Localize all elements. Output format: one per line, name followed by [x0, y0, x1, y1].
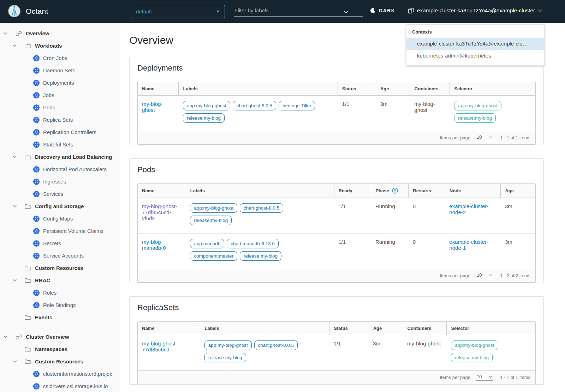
node-link[interactable]: example-cluster-node-1: [449, 239, 488, 251]
namespace-select[interactable]: default: [131, 5, 225, 18]
label-pill[interactable]: chart:ghost-8.0.5: [233, 101, 276, 110]
label-pill[interactable]: chart:ghost-8.0.5: [240, 203, 283, 213]
label-filter-input[interactable]: [234, 6, 338, 13]
selector-pill: release:my-blog: [451, 353, 493, 362]
sidebar-item-clusterinformations-crd-projec[interactable]: clusterinformations.crd.projec: [0, 368, 120, 380]
sidebar-item-label: clusterinformations.crd.projec: [43, 371, 112, 377]
chevron-down-icon[interactable]: [4, 32, 16, 35]
col-status: Status: [338, 82, 376, 96]
label-pill[interactable]: release:my-blog: [204, 353, 246, 362]
chevron-down-icon[interactable]: [344, 9, 349, 15]
pod-name-link[interactable]: my-blog-ghost-77df85c6cd-vf6dx: [142, 203, 177, 221]
sidebar-item-overview[interactable]: Overview: [0, 27, 120, 40]
chevron-down-icon[interactable]: [13, 156, 25, 158]
sidebar-item-replica-sets[interactable]: Replica Sets: [0, 114, 120, 126]
context-selector-button[interactable]: example-cluster-ka3TuTzYo4a@example-clus…: [408, 7, 542, 14]
filter-funnel-icon[interactable]: [392, 188, 398, 194]
col-age: Age: [501, 184, 535, 198]
sidebar-item-custom-resources[interactable]: Custom Resources: [0, 355, 120, 368]
page-size-select[interactable]: 10: [476, 134, 493, 141]
sidebar-item-role-bindings[interactable]: Role Bindings: [0, 299, 120, 311]
sidebar-item-replication-controllers[interactable]: Replication Controllers: [0, 126, 120, 138]
sidebar-item-csidrivers-csi-storage-k8s-io[interactable]: csidrivers.csi.storage.k8s.io: [0, 380, 120, 392]
label-pill[interactable]: chart:ghost-8.0.5: [254, 340, 298, 350]
page-size-value: 10: [477, 374, 482, 379]
moon-icon: [370, 8, 376, 13]
chevron-down-icon[interactable]: [13, 205, 25, 207]
chevron-down-icon[interactable]: [4, 336, 16, 338]
col-selector: Selector: [447, 322, 535, 335]
sidebar-item-custom-resources[interactable]: Custom Resources: [0, 262, 120, 274]
node-link[interactable]: example-cluster-node-2: [449, 203, 488, 215]
sidebar-item-jobs[interactable]: Jobs: [0, 89, 120, 101]
sidebar-item-config-maps[interactable]: Config Maps: [0, 212, 120, 225]
sidebar-item-rbac[interactable]: RBAC: [0, 274, 120, 287]
folder-icon: [25, 359, 31, 364]
table-row: my-blog-ghost-77df85c6cd-vf6dx app:my-bl…: [138, 198, 535, 234]
cron-jobs-icon: [33, 55, 40, 61]
items-per-page-label: Items per page: [440, 375, 470, 380]
chevron-down-icon[interactable]: [13, 360, 25, 363]
brand-title: Octant: [26, 7, 48, 16]
clusterinformations-crd-projec-icon: [33, 371, 40, 377]
sidebar-item-label: Events: [35, 314, 52, 320]
replication-controllers-icon: [33, 129, 40, 135]
sidebar-item-pods[interactable]: Pods: [0, 101, 120, 114]
sidebar-item-roles[interactable]: Roles: [0, 287, 120, 299]
sidebar-item-horizontal-pod-autoscalers[interactable]: Horizontal Pod Autoscalers: [0, 163, 120, 175]
label-pill[interactable]: app:my-blog-ghost: [204, 340, 252, 350]
deployments-icon: [33, 80, 40, 86]
context-menu-item[interactable]: example-cluster-ka3TuTzYo4a@example-clu…: [406, 38, 544, 50]
daemon-sets-icon: [33, 67, 40, 74]
table-row: my-blog-mariadb-0 app:mariadbchart:maria…: [138, 234, 535, 269]
sidebar-item-daemon-sets[interactable]: Daemon Sets: [0, 64, 120, 77]
page-size-select[interactable]: 10: [476, 272, 493, 279]
label-pill[interactable]: chart:mariadb-6.13.0: [227, 239, 279, 248]
sidebar-item-label: Pods: [43, 104, 55, 110]
theme-toggle-button[interactable]: DARK: [370, 8, 395, 13]
sidebar-item-stateful-sets[interactable]: Stateful Sets: [0, 138, 120, 151]
sidebar-item-service-accounts[interactable]: Service Accounts: [0, 249, 120, 262]
sidebar-item-secrets[interactable]: Secrets: [0, 237, 120, 249]
label-pill[interactable]: heritage:Tiller: [279, 101, 315, 110]
label-pill[interactable]: app:my-blog-ghost: [183, 101, 230, 110]
sidebar-item-deployments[interactable]: Deployments: [0, 77, 120, 89]
service-accounts-icon: [33, 253, 40, 259]
sidebar-item-label: Workloads: [35, 43, 62, 49]
sidebar-item-label: csidrivers.csi.storage.k8s.io: [43, 383, 108, 389]
label-pill[interactable]: release:my-blog: [240, 251, 281, 261]
page-size-select[interactable]: 10: [476, 374, 493, 381]
label-pill[interactable]: app:my-blog-ghost: [190, 203, 237, 213]
col-containers: Containers: [410, 82, 450, 96]
restarts-cell: 0: [409, 198, 445, 234]
labels-cell: app:mariadbchart:mariadb-6.13.0component…: [186, 234, 334, 269]
col-labels: Labels: [200, 322, 329, 335]
sidebar-item-ingresses[interactable]: Ingresses: [0, 175, 120, 188]
sidebar-item-discovery-and-load-balancing[interactable]: Discovery and Load Balancing: [0, 151, 120, 163]
label-pill[interactable]: app:mariadb: [190, 239, 224, 248]
sidebar-item-services[interactable]: Services: [0, 188, 120, 200]
chevron-down-icon[interactable]: [13, 44, 25, 47]
selector-pill: app:my-blog-ghost: [451, 340, 498, 350]
label-pill[interactable]: release:my-blog: [183, 113, 225, 123]
sidebar-item-workloads[interactable]: Workloads: [0, 40, 120, 52]
sidebar-item-events[interactable]: Events: [0, 311, 120, 324]
sidebar-item-cron-jobs[interactable]: Cron Jobs: [0, 52, 120, 64]
label-pill[interactable]: component:master: [190, 251, 237, 261]
context-menu-item[interactable]: kubernetes-admin@kubernetes: [406, 50, 544, 62]
sidebar-item-config-and-storage[interactable]: Config and Storage: [0, 200, 120, 212]
sidebar-item-persistent-volume-claims[interactable]: Persistent Volume Claims: [0, 225, 120, 237]
chevron-down-icon[interactable]: [13, 279, 25, 282]
label-pill[interactable]: release:my-blog: [190, 216, 232, 225]
theme-toggle-label: DARK: [379, 8, 395, 13]
chevron-down-icon: [538, 10, 542, 12]
col-name: Name: [138, 184, 186, 198]
replicaset-name-link[interactable]: my-blog-ghost-77df85c6cd: [142, 340, 177, 352]
contexts-icon: [408, 8, 414, 14]
sidebar-item-namespaces[interactable]: Namespaces: [0, 343, 120, 355]
deployment-name-link[interactable]: my-blog-ghost: [142, 101, 162, 113]
col-phase-label: Phase: [375, 188, 389, 193]
sidebar-item-cluster-overview[interactable]: Cluster Overview: [0, 331, 120, 343]
pod-name-link[interactable]: my-blog-mariadb-0: [142, 239, 166, 251]
sidebar-nav: OverviewWorkloadsCron JobsDaemon SetsDep…: [0, 23, 120, 392]
